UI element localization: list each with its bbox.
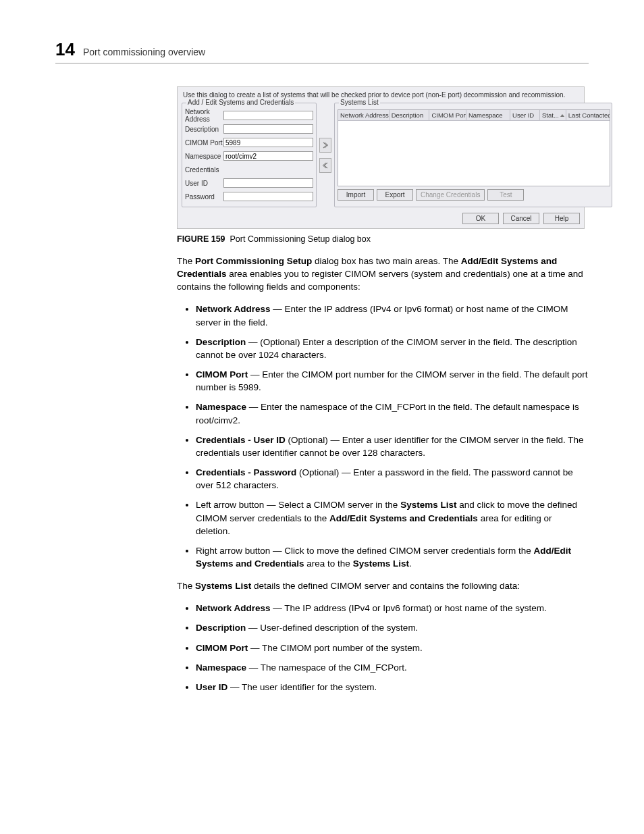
list-item: CIMOM Port — The CIMOM port number of th… xyxy=(196,642,589,654)
move-right-button[interactable] xyxy=(319,138,331,153)
list-item: User ID — The user identifier for the sy… xyxy=(196,681,589,694)
col-cimom-port[interactable]: CIMOM Port xyxy=(429,110,466,120)
sort-asc-icon xyxy=(560,114,564,117)
port-commissioning-dialog: Use this dialog to create a list of syst… xyxy=(177,86,585,229)
systems-list-panel: Systems List Network Address Description… xyxy=(334,103,612,207)
cancel-button[interactable]: Cancel xyxy=(503,213,539,224)
change-credentials-button[interactable]: Change Credentials xyxy=(416,189,485,201)
description-input[interactable] xyxy=(223,124,313,134)
systems-table-header: Network Address Description CIMOM Port N… xyxy=(338,110,610,121)
list-item: Description — User-defined description o… xyxy=(196,621,589,634)
data-list: Network Address — The IP address (IPv4 o… xyxy=(177,602,589,694)
test-button[interactable]: Test xyxy=(487,189,524,201)
col-last-contacted[interactable]: Last Contacted xyxy=(566,110,610,120)
ok-button[interactable]: OK xyxy=(462,213,499,224)
move-left-button[interactable] xyxy=(319,158,331,173)
col-description[interactable]: Description xyxy=(390,110,430,120)
figure-label: FIGURE 159 xyxy=(177,234,225,244)
intro-paragraph-2: The Systems List details the defined CIM… xyxy=(177,579,589,592)
network-address-input[interactable] xyxy=(223,111,313,120)
import-button[interactable]: Import xyxy=(338,189,374,201)
cimom-port-label: CIMOM Port xyxy=(185,139,223,147)
list-item: Left arrow button — Select a CIMOM serve… xyxy=(196,498,589,537)
list-item: Credentials - User ID (Optional) — Enter… xyxy=(196,434,589,459)
network-address-label: Network Address xyxy=(185,108,223,123)
fields-list: Network Address — Enter the IP address (… xyxy=(177,303,589,570)
list-item: CIMOM Port — Enter the CIMOM port number… xyxy=(196,368,589,394)
list-item: Network Address — Enter the IP address (… xyxy=(196,303,589,328)
password-label: Password xyxy=(185,193,223,201)
export-button[interactable]: Export xyxy=(377,189,413,201)
list-item: Description — (Optional) Enter a descrip… xyxy=(196,336,589,361)
cimom-port-input[interactable] xyxy=(223,138,313,147)
password-input[interactable] xyxy=(223,192,313,201)
list-item: Namespace — The namespace of the CIM_FCP… xyxy=(196,661,589,674)
add-edit-panel: Add / Edit Systems and Credentials Netwo… xyxy=(182,103,317,207)
col-namespace[interactable]: Namespace xyxy=(466,110,510,120)
col-network-address[interactable]: Network Address xyxy=(338,110,390,120)
col-status[interactable]: Stat... xyxy=(540,110,566,120)
credentials-heading: Credentials xyxy=(185,166,234,174)
help-button[interactable]: Help xyxy=(543,213,580,224)
list-item: Credentials - Password (Optional) — Ente… xyxy=(196,466,589,492)
figure-caption: FIGURE 159 Port Commissioning Setup dial… xyxy=(177,234,589,244)
add-edit-panel-title: Add / Edit Systems and Credentials xyxy=(186,99,295,106)
col-user-id[interactable]: User ID xyxy=(510,110,540,120)
transfer-buttons xyxy=(319,103,331,207)
namespace-input[interactable] xyxy=(223,151,313,161)
page-number: 14 xyxy=(55,39,75,60)
section-title: Port commissioning overview xyxy=(83,47,205,57)
list-item: Network Address — The IP address (IPv4 o… xyxy=(196,602,589,615)
namespace-label: Namespace xyxy=(185,153,223,160)
page: 14 Port commissioning overview Use this … xyxy=(0,0,644,834)
systems-table[interactable]: Network Address Description CIMOM Port N… xyxy=(338,109,610,186)
user-id-label: User ID xyxy=(185,180,223,187)
list-item: Namespace — Enter the namespace of the C… xyxy=(196,400,589,426)
user-id-input[interactable] xyxy=(223,178,313,188)
dialog-instruction: Use this dialog to create a list of syst… xyxy=(183,91,579,99)
figure-caption-text: Port Commissioning Setup dialog box xyxy=(230,234,371,244)
description-label: Description xyxy=(185,126,223,133)
systems-list-title: Systems List xyxy=(339,99,380,106)
intro-paragraph-1: The Port Commissioning Setup dialog box … xyxy=(177,255,589,293)
list-item: Right arrow button — Click to move the d… xyxy=(196,544,589,570)
page-header: 14 Port commissioning overview xyxy=(55,39,589,63)
